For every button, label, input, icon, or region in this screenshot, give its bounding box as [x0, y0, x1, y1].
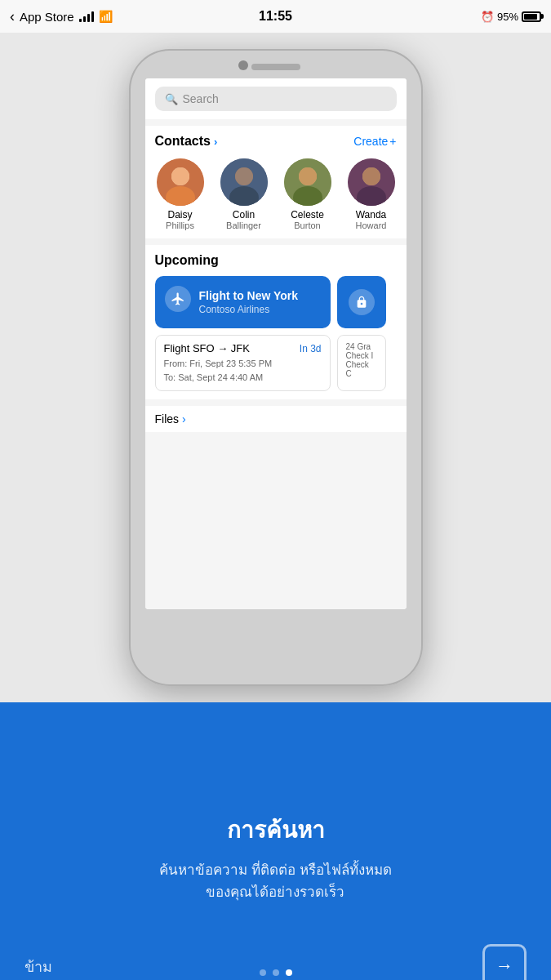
search-bar-area: 🔍 Search	[145, 78, 407, 119]
phone-camera	[238, 60, 248, 70]
contact-celeste-lastname: Burton	[294, 220, 320, 230]
contact-wanda-firstname: Wanda	[356, 209, 387, 220]
bottom-nav: ข้าม →	[0, 944, 551, 980]
flight-detail-row: Flight SFO → JFK In 3d From: Fri, Sept 2…	[155, 335, 397, 391]
battery-percent: 95%	[497, 11, 518, 23]
contacts-row: Daisy Phillips	[155, 158, 397, 230]
small-card-label: 24 Gra	[346, 342, 377, 351]
contact-colin[interactable]: Colin Ballinger	[219, 158, 269, 230]
avatar-celeste	[284, 158, 331, 206]
phone-wrapper: 🔍 Search Contacts › Create +	[0, 33, 551, 702]
battery-icon	[522, 11, 541, 22]
small-card-line1: Check I	[346, 351, 377, 360]
avatar-daisy	[157, 158, 204, 206]
wifi-icon: 📶	[99, 10, 113, 23]
signal-bar-3	[87, 14, 90, 22]
flight-card-main[interactable]: Flight to New York Contoso Airlines	[155, 276, 331, 328]
back-arrow: ‹	[10, 8, 15, 25]
contact-colin-firstname: Colin	[233, 209, 255, 220]
flight-dates: From: Fri, Sept 23 5:35 PM To: Sat, Sept…	[164, 357, 322, 384]
create-button[interactable]: Create +	[353, 135, 396, 148]
app-content: 🔍 Search Contacts › Create +	[145, 78, 407, 609]
files-chevron: ›	[182, 412, 186, 425]
contacts-chevron[interactable]: ›	[214, 136, 217, 148]
flight-icon	[165, 286, 191, 312]
flight-info: Flight to New York Contoso Airlines	[199, 289, 299, 315]
next-arrow-icon: →	[495, 956, 513, 977]
phone-body: 🔍 Search Contacts › Create +	[129, 49, 423, 686]
svg-point-3	[171, 167, 189, 185]
signal-bar-1	[79, 19, 82, 22]
lock-icon	[349, 289, 375, 315]
files-section: Files ›	[145, 406, 407, 432]
contacts-title: Contacts ›	[155, 134, 218, 149]
svg-point-15	[362, 167, 380, 185]
battery-area: ⏰ 95%	[481, 11, 541, 23]
phone-speaker	[251, 64, 300, 70]
signal-bar-4	[91, 11, 94, 22]
flight-card-small[interactable]	[337, 276, 386, 328]
flight-time-label: In 3d	[300, 343, 322, 354]
contacts-section: Contacts › Create +	[145, 126, 407, 238]
signal-bar-2	[83, 16, 86, 22]
status-bar: ‹ App Store 📶 11:55 ⏰ 95%	[0, 0, 551, 33]
contact-daisy-firstname: Daisy	[167, 209, 192, 220]
flights-row: Flight to New York Contoso Airlines	[155, 276, 397, 328]
flight-detail-small[interactable]: 24 Gra Check I Check C	[337, 335, 386, 391]
plus-icon: +	[389, 135, 396, 148]
contacts-header: Contacts › Create +	[155, 134, 397, 149]
contact-celeste-firstname: Celeste	[291, 209, 324, 220]
feature-title: การค้นหา	[227, 812, 325, 848]
contact-colin-lastname: Ballinger	[226, 220, 261, 230]
signal-strength	[79, 11, 94, 22]
files-title[interactable]: Files ›	[155, 412, 397, 425]
flight-airline: Contoso Airlines	[199, 304, 299, 315]
skip-button[interactable]: ข้าม	[24, 955, 52, 978]
contact-daisy[interactable]: Daisy Phillips	[155, 158, 206, 230]
status-time: 11:55	[259, 9, 292, 24]
svg-point-11	[299, 167, 317, 185]
search-icon: 🔍	[165, 93, 178, 105]
search-bar[interactable]: 🔍 Search	[155, 87, 397, 111]
svg-point-7	[235, 167, 253, 185]
feature-subtitle: ค้นหาข้อความ ที่ติดต่อ หรือไฟล์ทั้งหมดขอ…	[159, 859, 391, 903]
flight-detail-main[interactable]: Flight SFO → JFK In 3d From: Fri, Sept 2…	[155, 335, 331, 391]
carrier-area: ‹ App Store 📶	[10, 8, 113, 25]
search-placeholder: Search	[183, 92, 219, 105]
contact-celeste[interactable]: Celeste Burton	[282, 158, 333, 230]
flight-title: Flight to New York	[199, 289, 299, 302]
flight-route: Flight SFO → JFK	[164, 342, 250, 354]
flight-from: From: Fri, Sept 23 5:35 PM	[164, 357, 322, 371]
avatar-wanda	[348, 158, 395, 206]
upcoming-section: Upcoming Flight to Ne	[145, 245, 407, 399]
flight-route-row: Flight SFO → JFK In 3d	[164, 342, 322, 354]
battery-fill	[524, 14, 537, 20]
contact-daisy-lastname: Phillips	[166, 220, 194, 230]
contact-wanda[interactable]: Wanda Howard	[346, 158, 397, 230]
contact-wanda-lastname: Howard	[356, 220, 387, 230]
carrier-label: App Store	[20, 10, 74, 24]
avatar-colin	[220, 158, 268, 206]
flight-to: To: Sat, Sept 24 4:40 AM	[164, 371, 322, 385]
blue-section: การค้นหา ค้นหาข้อความ ที่ติดต่อ หรือไฟล์…	[0, 702, 551, 980]
next-button[interactable]: →	[482, 944, 527, 980]
small-card-line2: Check C	[346, 360, 377, 378]
phone-screen: 🔍 Search Contacts › Create +	[145, 78, 407, 609]
upcoming-title: Upcoming	[155, 253, 397, 268]
alarm-icon: ⏰	[481, 11, 494, 23]
